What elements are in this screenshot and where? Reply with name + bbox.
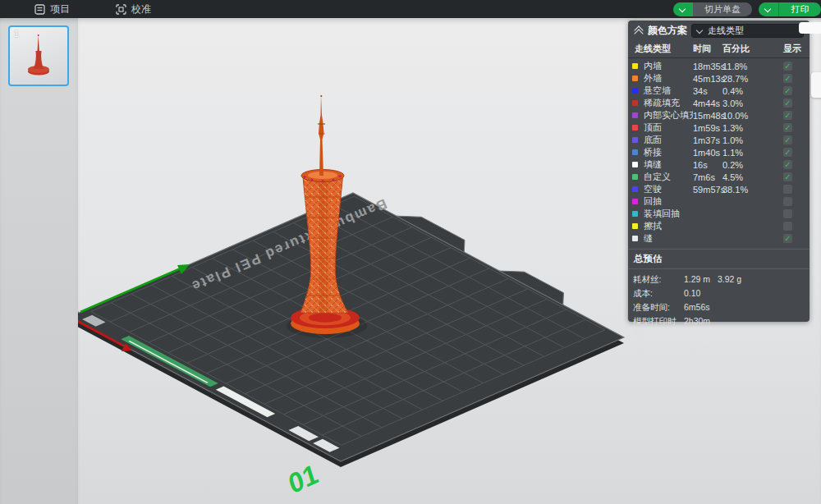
linetype-row: 空驶 59m57s 38.1% ✓	[628, 183, 810, 195]
visibility-checkbox[interactable]: ✓	[783, 148, 792, 157]
visibility-checkbox[interactable]: ✓	[783, 111, 792, 120]
linetype-time: 59m57s	[693, 185, 722, 195]
visibility-checkbox[interactable]: ✓	[783, 99, 792, 108]
linetype-label: 装填回抽	[640, 208, 693, 220]
visibility-checkbox[interactable]: ✓	[783, 209, 792, 218]
linetype-label: 空驶	[640, 183, 693, 195]
estimate-label: 准备时间:	[633, 302, 684, 314]
linetype-label: 缝	[640, 232, 693, 245]
linetype-label: 桥接	[640, 146, 693, 158]
linetype-color-swatch	[632, 149, 638, 155]
estimate-value: 2h30m	[684, 316, 718, 339]
print-dropdown-button[interactable]	[759, 2, 778, 16]
visibility-checkbox[interactable]: ✓	[783, 222, 792, 231]
estimate-row: 成本: 0.10	[628, 286, 810, 300]
estimate-value: 1.29 m	[684, 274, 718, 286]
toolbar-actions: 切片单盘 打印	[673, 2, 821, 16]
visibility-checkbox[interactable]: ✓	[783, 197, 792, 206]
collapse-panel-icon[interactable]	[634, 26, 644, 36]
linetype-row: 桥接 1m40s 1.1% ✓	[628, 146, 810, 158]
linetype-percent: 10.0%	[722, 111, 762, 121]
linetype-time: 1m40s	[693, 148, 722, 158]
linetype-label: 底面	[640, 134, 693, 146]
linetype-color-swatch	[632, 76, 638, 81]
plate-list-sidebar: 1	[0, 18, 78, 504]
estimate-value: 6m56s	[684, 302, 718, 314]
plate-number-label: 01	[285, 458, 321, 500]
linetype-row: 内墙 18m35s 11.8% ✓	[628, 60, 810, 72]
linetype-color-swatch	[632, 125, 638, 131]
tab-project-label: 项目	[50, 2, 70, 16]
slice-button[interactable]: 切片单盘	[693, 2, 752, 16]
linetype-label: 内部实心填充	[640, 109, 693, 121]
linetype-color-swatch	[632, 223, 638, 229]
linetype-percent: 3.0%	[722, 99, 762, 108]
estimate-row: 耗材丝: 1.29 m 3.92 g	[628, 273, 810, 286]
project-icon	[34, 4, 45, 15]
estimate-value-2	[718, 316, 805, 339]
print-button-group: 打印	[759, 2, 821, 16]
linetype-row: 填缝 16s 0.2% ✓	[628, 158, 810, 171]
linetype-percent: 4.5%	[722, 172, 762, 182]
linetype-rows: 内墙 18m35s 11.8% ✓ 外墙 45m13s 28.7% ✓ 悬空墙 …	[628, 58, 810, 245]
plate-thumbnail-1[interactable]: 1	[8, 25, 69, 86]
linetype-label: 内墙	[640, 60, 693, 72]
chevron-down-icon	[680, 6, 686, 12]
linetype-row: 稀疏填充 4m44s 3.0% ✓	[628, 97, 810, 109]
linetype-time: 16s	[693, 160, 722, 170]
visibility-checkbox[interactable]: ✓	[783, 62, 792, 71]
linetype-row: 擦拭 ✓	[628, 220, 810, 232]
view-mode-value: 走线类型	[708, 25, 744, 37]
linetype-row: 底面 1m37s 1.0% ✓	[628, 134, 810, 146]
print-button[interactable]: 打印	[778, 2, 821, 16]
linetype-color-swatch	[632, 162, 638, 167]
panel-header: 颜色方案 走线类型	[628, 21, 810, 40]
visibility-checkbox[interactable]: ✓	[783, 185, 792, 194]
linetype-label: 顶面	[640, 121, 693, 134]
visibility-checkbox[interactable]: ✓	[783, 74, 792, 83]
chevron-down-icon	[697, 28, 703, 34]
color-scheme-panel: 颜色方案 走线类型 走线类型 时间 百分比 显示 内墙 18m35s 11.8%…	[628, 21, 810, 322]
visibility-checkbox[interactable]: ✓	[783, 135, 792, 144]
col-line-type: 走线类型	[631, 43, 693, 55]
linetype-label: 自定义	[640, 171, 693, 183]
chevron-down-icon	[765, 6, 772, 12]
estimate-value-2	[718, 288, 805, 300]
col-show: 显示	[783, 43, 805, 55]
estimate-label: 模型打印时间:	[633, 316, 684, 339]
panel-collapse-handle-top[interactable]	[799, 22, 821, 34]
col-time: 时间	[693, 43, 722, 55]
calibration-icon	[116, 4, 126, 15]
linetype-row: 顶面 1m59s 1.3% ✓	[628, 121, 810, 134]
linetype-time: 4m44s	[693, 99, 722, 108]
view-mode-dropdown[interactable]: 走线类型	[691, 24, 804, 38]
linetype-row: 悬空墙 34s 0.4% ✓	[628, 85, 810, 97]
visibility-checkbox[interactable]: ✓	[783, 123, 792, 132]
linetype-color-swatch	[632, 137, 638, 143]
slice-dropdown-button[interactable]	[673, 2, 693, 16]
panel-title: 颜色方案	[648, 24, 687, 38]
linetype-time: 18m35s	[693, 62, 722, 71]
visibility-checkbox[interactable]: ✓	[783, 172, 792, 181]
tab-calibration[interactable]: 校准	[108, 0, 159, 18]
tab-calibration-label: 校准	[131, 2, 151, 16]
panel-collapse-handle[interactable]	[811, 72, 821, 98]
visibility-checkbox[interactable]: ✓	[783, 234, 792, 243]
linetype-color-swatch	[632, 100, 638, 106]
estimate-value-2: 3.92 g	[718, 274, 805, 286]
tab-project[interactable]: 项目	[26, 0, 78, 18]
top-toolbar: 项目 校准 切片单盘 打印	[0, 0, 821, 18]
col-percent: 百分比	[722, 43, 762, 55]
linetype-percent: 0.4%	[722, 86, 762, 96]
linetype-time: 7m6s	[693, 172, 722, 182]
linetype-time: 34s	[693, 86, 722, 96]
visibility-checkbox[interactable]: ✓	[783, 86, 792, 95]
linetype-row: 回抽 ✓	[628, 195, 810, 208]
visibility-checkbox[interactable]: ✓	[783, 160, 792, 169]
linetype-time: 1m37s	[693, 135, 722, 145]
linetype-label: 填缝	[640, 158, 693, 171]
slicer-app: 项目 校准 切片单盘 打印	[0, 0, 821, 504]
plate-thumbnail-number: 1	[14, 29, 19, 39]
linetype-percent: 28.7%	[722, 74, 762, 84]
linetype-percent: 11.8%	[722, 62, 762, 71]
